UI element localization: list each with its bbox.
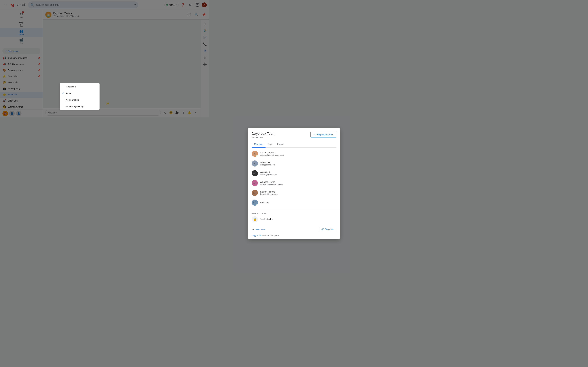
dropdown-item-restricted[interactable]: ✓ Restricted xyxy=(60,83,100,90)
dropdown-item-label: Acme Engineering xyxy=(66,105,83,108)
dropdown-item-acme[interactable]: ✓ Acme xyxy=(60,90,100,97)
dropdown-item-acme-design[interactable]: ✓ Acme Design xyxy=(60,97,100,103)
modal-overlay[interactable]: Daybreak Team 17 members + Add people & … xyxy=(0,0,209,117)
access-dropdown-menu: ✓ Restricted ✓ Acme ✓ Acme Design ✓ Acme… xyxy=(60,83,100,110)
dropdown-item-acme-engineering[interactable]: ✓ Acme Engineering xyxy=(60,103,100,110)
dropdown-item-label: Restricted xyxy=(66,85,76,88)
check-icon: ✓ xyxy=(62,92,64,95)
dropdown-item-label: Acme xyxy=(66,92,71,94)
dropdown-item-label: Acme Design xyxy=(66,99,79,101)
